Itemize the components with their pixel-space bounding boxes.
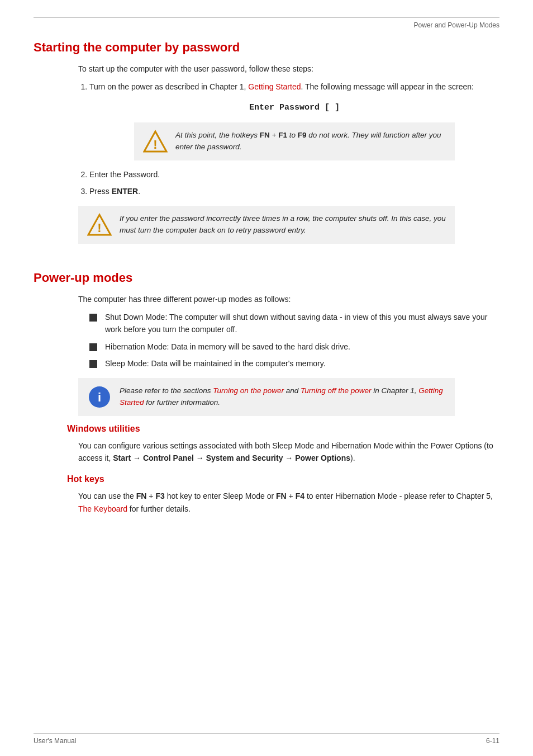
windows-utilities-body: You can configure various settings assoc… xyxy=(78,440,499,465)
bullet-list: Shut Down Mode: The computer will shut d… xyxy=(89,311,499,370)
bullet-item-1: Shut Down Mode: The computer will shut d… xyxy=(89,311,499,336)
note-box-2: ! If you enter the password incorrectly … xyxy=(78,206,455,244)
step-3: Press ENTER. xyxy=(89,185,499,197)
note-text-3: Please refer to the sections Turning on … xyxy=(120,385,446,409)
bullet-item-3: Sleep Mode: Data will be maintained in t… xyxy=(89,357,499,370)
footer-left: User's Manual xyxy=(34,737,76,745)
step-1: Turn on the power as described in Chapte… xyxy=(89,81,499,160)
note-box-3: i Please refer to the sections Turning o… xyxy=(78,378,455,416)
note-text-1: At this point, the hotkeys FN + F1 to F9… xyxy=(175,129,446,153)
svg-text:i: i xyxy=(98,390,101,404)
step-2: Enter the Password. xyxy=(89,168,499,181)
section2-intro: The computer has three different power-u… xyxy=(78,293,499,305)
section1-intro: To start up the computer with the user p… xyxy=(78,63,499,75)
note-text-2: If you enter the password incorrectly th… xyxy=(120,212,446,237)
info-icon: i xyxy=(87,385,112,409)
code-block: Enter Password [ ] xyxy=(89,101,499,115)
hot-keys-title: Hot keys xyxy=(67,474,499,484)
hot-keys-body: You can use the FN + F3 hot key to enter… xyxy=(78,490,499,515)
svg-text:!: ! xyxy=(97,221,101,235)
section2-title: Power-up modes xyxy=(34,271,499,285)
windows-utilities-section: Windows utilities You can configure vari… xyxy=(67,424,499,465)
windows-utilities-title: Windows utilities xyxy=(67,424,499,434)
chapter-ref-text: Power and Power-Up Modes xyxy=(414,21,499,29)
section1-title: Starting the computer by password xyxy=(34,40,499,55)
steps-list: Turn on the power as described in Chapte… xyxy=(89,81,499,197)
bullet-item-2: Hibernation Mode: Data in memory will be… xyxy=(89,341,499,353)
turning-on-link[interactable]: Turning on the power xyxy=(213,386,284,395)
note-box-1: ! At this point, the hotkeys FN + F1 to … xyxy=(134,122,455,160)
footer-right: 6-11 xyxy=(486,737,499,745)
keyboard-link[interactable]: The Keyboard xyxy=(78,504,127,513)
getting-started-link-1[interactable]: Getting Started xyxy=(248,82,301,91)
page-footer: User's Manual 6-11 xyxy=(34,733,499,745)
warning-icon-1: ! xyxy=(143,129,168,154)
warning-icon-2: ! xyxy=(87,212,112,237)
svg-text:!: ! xyxy=(153,138,157,152)
turning-off-link[interactable]: Turning off the power xyxy=(301,386,372,395)
chapter-header: Power and Power-Up Modes xyxy=(34,17,499,35)
hot-keys-section: Hot keys You can use the FN + F3 hot key… xyxy=(67,474,499,515)
